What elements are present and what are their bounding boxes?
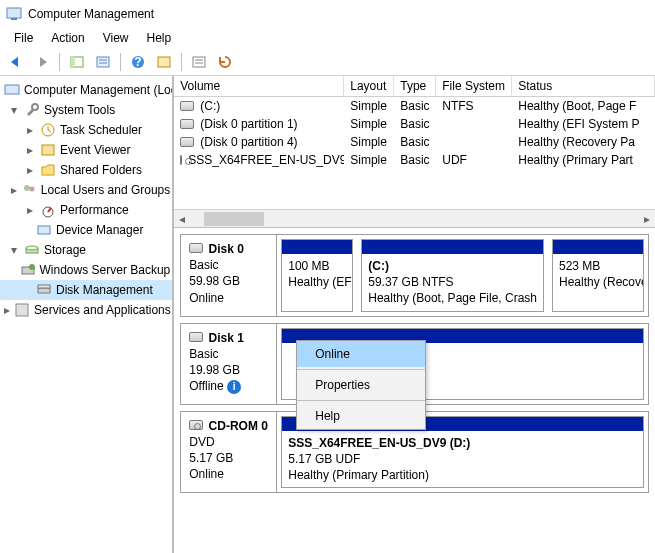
tree-root[interactable]: Computer Management (Local [0, 80, 172, 100]
menu-action[interactable]: Action [43, 29, 92, 47]
collapse-icon[interactable]: ▾ [8, 243, 20, 257]
drive-icon [180, 137, 194, 147]
tree-task-scheduler[interactable]: ▸Task Scheduler [0, 120, 172, 140]
context-menu: Online Properties Help [296, 340, 426, 430]
disk-type: Basic [189, 347, 218, 361]
partition-status: Healthy (Recove [559, 274, 637, 290]
col-status[interactable]: Status [512, 76, 655, 96]
tree-event-viewer[interactable]: ▸Event Viewer [0, 140, 172, 160]
svg-rect-0 [7, 8, 21, 18]
table-row[interactable]: (Disk 0 partition 4)SimpleBasicHealthy (… [174, 133, 655, 151]
cell [436, 133, 512, 151]
table-row[interactable]: (C:)SimpleBasicNTFSHealthy (Boot, Page F [174, 97, 655, 115]
svg-point-17 [24, 185, 30, 191]
context-menu-online[interactable]: Online [297, 341, 425, 367]
tree-label: Local Users and Groups [41, 183, 170, 197]
col-fs[interactable]: File System [436, 76, 512, 96]
disk-label: Disk 1 Basic 19.98 GB Offline i [181, 324, 277, 404]
show-hide-button[interactable] [65, 51, 89, 73]
partition[interactable]: (C:)59.37 GB NTFSHealthy (Boot, Page Fil… [361, 239, 544, 312]
partition-status: Healthy (Primary Partition) [288, 468, 429, 482]
tree-label: Disk Management [56, 283, 153, 297]
partition[interactable]: 100 MBHealthy (EF [281, 239, 353, 312]
svg-rect-25 [38, 288, 50, 293]
horizontal-scrollbar[interactable]: ◂▸ [174, 209, 655, 227]
separator [181, 53, 182, 71]
properties-button[interactable] [91, 51, 115, 73]
partition[interactable]: 523 MBHealthy (Recove [552, 239, 644, 312]
svg-rect-9 [158, 57, 170, 67]
scroll-left-icon[interactable]: ◂ [174, 212, 190, 226]
cell: (C:) [200, 99, 220, 113]
tree-label: Windows Server Backup [40, 263, 171, 277]
tree-device-manager[interactable]: Device Manager [0, 220, 172, 240]
cell: Simple [344, 151, 394, 169]
tree-shared-folders[interactable]: ▸Shared Folders [0, 160, 172, 180]
col-layout[interactable]: Layout [344, 76, 394, 96]
volume-table: Volume Layout Type File System Status (C… [174, 76, 655, 228]
forward-button[interactable] [30, 51, 54, 73]
svg-text:?: ? [134, 55, 141, 69]
expand-icon[interactable]: ▸ [4, 303, 10, 317]
expand-icon[interactable]: ▸ [24, 163, 36, 177]
scroll-right-icon[interactable]: ▸ [639, 212, 655, 226]
help-button[interactable]: ? [126, 51, 150, 73]
tree-label: Event Viewer [60, 143, 130, 157]
tree-local-users[interactable]: ▸Local Users and Groups [0, 180, 172, 200]
menu-file[interactable]: File [6, 29, 41, 47]
cell: Healthy (Primary Part [512, 151, 655, 169]
scroll-thumb[interactable] [204, 212, 264, 226]
expand-icon[interactable]: ▸ [24, 123, 36, 137]
tree-label: Services and Applications [34, 303, 171, 317]
expand-icon[interactable]: ▸ [11, 183, 17, 197]
tree-label: Shared Folders [60, 163, 142, 177]
tree-label: Device Manager [56, 223, 143, 237]
disk-label: Disk 0 Basic 59.98 GB Online [181, 235, 277, 316]
tree-system-tools[interactable]: ▾System Tools [0, 100, 172, 120]
context-menu-help[interactable]: Help [297, 403, 425, 429]
list-button[interactable] [187, 51, 211, 73]
partition-bar [362, 240, 543, 254]
settings-button[interactable] [152, 51, 176, 73]
back-button[interactable] [4, 51, 28, 73]
tree-label: Storage [44, 243, 86, 257]
tree-services[interactable]: ▸Services and Applications [0, 300, 172, 320]
menu-view[interactable]: View [95, 29, 137, 47]
partition-fs: 5.17 GB UDF [288, 452, 360, 466]
tree-disk-management[interactable]: Disk Management [0, 280, 172, 300]
disk-graphical-view: Disk 0 Basic 59.98 GB Online 100 MBHealt… [174, 228, 655, 553]
disk-size: 59.98 GB [189, 274, 240, 288]
info-icon[interactable]: i [227, 380, 241, 394]
tree-windows-server-backup[interactable]: Windows Server Backup [0, 260, 172, 280]
tree-storage[interactable]: ▾Storage [0, 240, 172, 260]
cell: Healthy (Recovery Pa [512, 133, 655, 151]
titlebar: Computer Management [0, 0, 655, 28]
partition-status: Healthy (EF [288, 274, 346, 290]
collapse-icon[interactable]: ▾ [8, 103, 20, 117]
svg-point-24 [29, 264, 35, 270]
expand-icon[interactable]: ▸ [24, 143, 36, 157]
refresh-button[interactable] [213, 51, 237, 73]
expand-icon[interactable]: ▸ [24, 203, 36, 217]
disk-size: 5.17 GB [189, 451, 233, 465]
menu-help[interactable]: Help [139, 29, 180, 47]
menu-divider [297, 400, 425, 401]
table-row[interactable]: SSS_X64FREE_EN-US_DV9 (D:)SimpleBasicUDF… [174, 151, 655, 169]
computer-icon [4, 82, 20, 98]
cell: SSS_X64FREE_EN-US_DV9 (D:) [188, 153, 344, 167]
tree-panel: Computer Management (Local ▾System Tools… [0, 76, 173, 553]
svg-rect-10 [193, 57, 205, 67]
table-row[interactable]: (Disk 0 partition 1)SimpleBasicHealthy (… [174, 115, 655, 133]
cell: NTFS [436, 97, 512, 115]
col-volume[interactable]: Volume [174, 76, 344, 96]
storage-icon [24, 242, 40, 258]
col-type[interactable]: Type [394, 76, 436, 96]
tree-performance[interactable]: ▸Performance [0, 200, 172, 220]
app-icon [6, 6, 22, 22]
disk-0[interactable]: Disk 0 Basic 59.98 GB Online 100 MBHealt… [180, 234, 649, 317]
clock-icon [40, 122, 56, 138]
drive-icon [189, 243, 203, 253]
cell: Simple [344, 115, 394, 133]
context-menu-properties[interactable]: Properties [297, 372, 425, 398]
drive-icon [180, 119, 194, 129]
